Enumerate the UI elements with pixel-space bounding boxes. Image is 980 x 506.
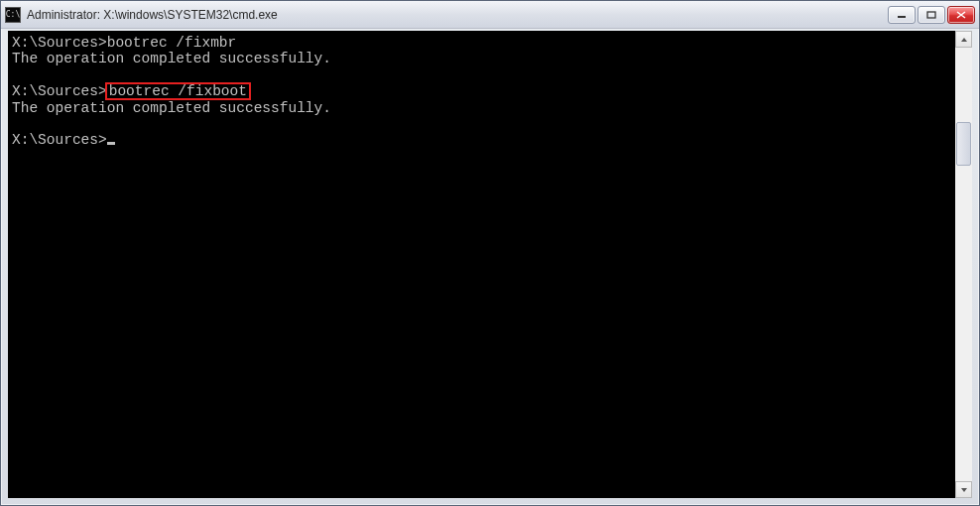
terminal-line: The operation completed successfully. bbox=[12, 51, 951, 66]
command-text: bootrec /fixmbr bbox=[107, 35, 237, 51]
terminal-output[interactable]: X:\Sources>bootrec /fixmbrThe operation … bbox=[8, 31, 955, 498]
scroll-down-button[interactable] bbox=[955, 481, 972, 498]
terminal-line bbox=[12, 116, 951, 132]
maximize-icon bbox=[926, 11, 936, 19]
svg-rect-1 bbox=[927, 12, 935, 18]
scroll-thumb[interactable] bbox=[956, 122, 971, 166]
svg-rect-0 bbox=[898, 16, 906, 18]
chevron-up-icon bbox=[960, 37, 968, 43]
prompt: X:\Sources> bbox=[12, 35, 107, 51]
client-area: X:\Sources>bootrec /fixmbrThe operation … bbox=[8, 31, 972, 498]
titlebar[interactable]: C:\ Administrator: X:\windows\SYSTEM32\c… bbox=[1, 1, 979, 29]
chevron-down-icon bbox=[960, 487, 968, 493]
cmd-icon: C:\ bbox=[5, 7, 21, 23]
vertical-scrollbar[interactable] bbox=[955, 31, 972, 498]
window-controls bbox=[888, 6, 975, 24]
terminal-line: X:\Sources>bootrec /fixmbr bbox=[12, 35, 951, 51]
scroll-up-button[interactable] bbox=[955, 31, 972, 48]
window-title: Administrator: X:\windows\SYSTEM32\cmd.e… bbox=[27, 8, 888, 22]
close-button[interactable] bbox=[947, 6, 975, 24]
minimize-icon bbox=[897, 11, 907, 19]
terminal-line: X:\Sources>bootrec /fixboot bbox=[12, 82, 951, 100]
scroll-track[interactable] bbox=[955, 48, 972, 481]
minimize-button[interactable] bbox=[888, 6, 916, 24]
cmd-window: C:\ Administrator: X:\windows\SYSTEM32\c… bbox=[0, 0, 980, 506]
close-icon bbox=[956, 11, 966, 19]
prompt: X:\Sources> bbox=[12, 132, 107, 148]
text-cursor bbox=[107, 142, 115, 145]
terminal-line bbox=[12, 66, 951, 82]
command-text: bootrec /fixboot bbox=[105, 82, 251, 100]
terminal-line: X:\Sources> bbox=[12, 132, 951, 148]
prompt: X:\Sources> bbox=[12, 83, 107, 99]
terminal-line: The operation completed successfully. bbox=[12, 100, 951, 116]
maximize-button[interactable] bbox=[918, 6, 945, 24]
